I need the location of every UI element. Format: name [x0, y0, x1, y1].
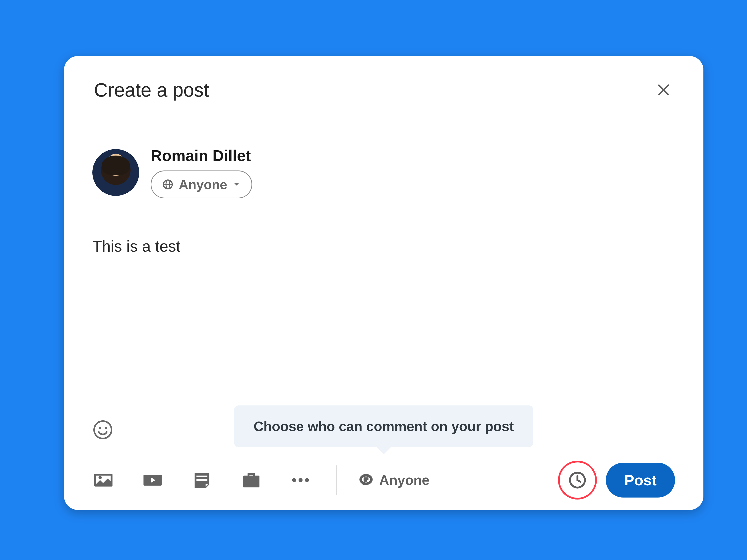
svg-point-4: [105, 427, 107, 429]
modal-title: Create a post: [94, 79, 209, 101]
comment-icon: [359, 473, 373, 487]
svg-point-7: [305, 478, 309, 482]
author-row: Romain Dillet Anyone: [93, 146, 675, 198]
more-icon: [290, 469, 311, 491]
video-icon: [142, 469, 163, 491]
visibility-selector[interactable]: Anyone: [151, 170, 252, 198]
emoji-icon: [93, 419, 113, 440]
divider: [336, 465, 337, 495]
tooltip-text: Choose who can comment on your post: [254, 419, 514, 434]
emoji-button[interactable]: [93, 419, 113, 440]
svg-point-3: [99, 427, 101, 429]
comment-control-tooltip: Choose who can comment on your post: [234, 405, 533, 447]
comment-control-label: Anyone: [379, 472, 430, 488]
right-actions: Post: [558, 461, 675, 500]
close-button[interactable]: [653, 80, 673, 100]
post-textarea[interactable]: [93, 236, 675, 340]
svg-point-2: [94, 421, 111, 438]
caret-down-icon: [232, 180, 241, 189]
globe-icon: [162, 179, 174, 190]
schedule-button[interactable]: [567, 470, 587, 490]
modal-body: Romain Dillet Anyone Choose who can: [64, 124, 703, 450]
close-icon: [655, 82, 672, 98]
add-photo-button[interactable]: [93, 469, 114, 491]
svg-point-5: [292, 478, 296, 482]
briefcase-icon: [240, 469, 262, 491]
document-icon: [191, 469, 213, 491]
modal-header: Create a post: [64, 56, 703, 124]
photo-icon: [93, 469, 114, 491]
add-video-button[interactable]: [142, 469, 163, 491]
add-job-button[interactable]: [240, 469, 262, 491]
more-button[interactable]: [290, 469, 311, 491]
comment-control-button[interactable]: Anyone: [359, 472, 430, 488]
author-name: Romain Dillet: [151, 146, 252, 164]
svg-point-6: [299, 478, 303, 482]
modal-footer: Anyone Post: [64, 450, 703, 510]
clock-icon: [567, 470, 587, 490]
create-post-modal: Create a post Romain Dillet Anyone: [64, 56, 703, 510]
schedule-highlight-ring: [558, 461, 597, 500]
avatar: [93, 149, 139, 196]
post-button[interactable]: Post: [606, 463, 675, 498]
attachment-actions: [93, 469, 311, 491]
add-document-button[interactable]: [191, 469, 213, 491]
visibility-label: Anyone: [179, 177, 227, 192]
author-meta: Romain Dillet Anyone: [151, 146, 252, 198]
